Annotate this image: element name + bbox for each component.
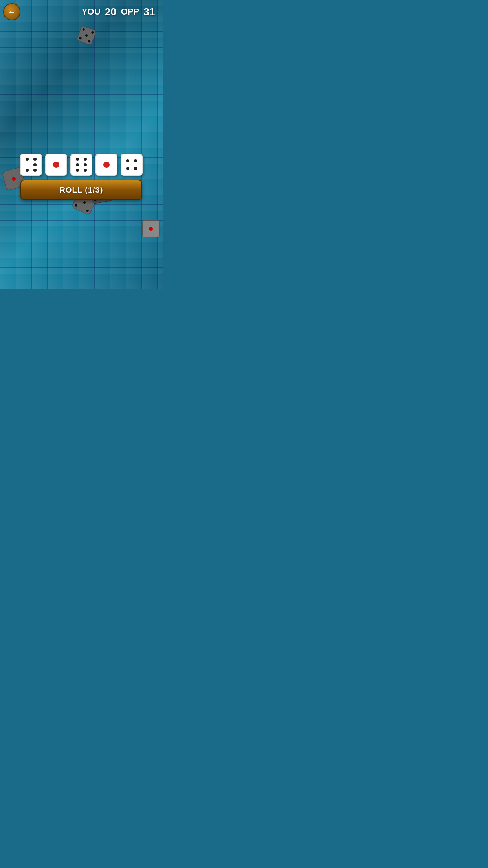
back-button[interactable]: ← bbox=[3, 3, 20, 20]
pip bbox=[33, 163, 37, 166]
pip-red bbox=[53, 162, 59, 168]
dice-row bbox=[0, 154, 163, 176]
pip bbox=[84, 169, 87, 172]
grid-overlay bbox=[0, 0, 163, 289]
pip bbox=[84, 163, 87, 166]
pip-spacer bbox=[24, 163, 31, 167]
pip-red bbox=[103, 162, 110, 168]
pip bbox=[76, 169, 79, 172]
pip bbox=[26, 169, 29, 172]
pip bbox=[76, 163, 79, 166]
game-container: ← YOU 20 OPP 31 YOU OPP Yacht 0 Big Stra… bbox=[0, 0, 163, 289]
die-4[interactable] bbox=[95, 154, 117, 176]
roll-button[interactable]: ROLL (1/3) bbox=[20, 180, 142, 200]
die-3[interactable] bbox=[70, 154, 92, 176]
pip bbox=[26, 158, 29, 161]
decorative-die-br bbox=[142, 220, 160, 237]
pip bbox=[126, 159, 129, 162]
pip bbox=[33, 158, 37, 161]
pip bbox=[134, 167, 137, 170]
you-score: 20 bbox=[104, 6, 118, 18]
back-icon: ← bbox=[8, 8, 16, 16]
you-label: YOU bbox=[82, 7, 101, 17]
header-scores: YOU 20 OPP 31 bbox=[20, 6, 156, 18]
die-1[interactable] bbox=[20, 154, 42, 176]
pip bbox=[76, 158, 79, 161]
header: ← YOU 20 OPP 31 bbox=[0, 0, 163, 22]
opp-score: 31 bbox=[142, 6, 156, 18]
pip bbox=[134, 159, 137, 162]
pip bbox=[126, 167, 129, 170]
pip bbox=[33, 169, 37, 172]
opp-label: OPP bbox=[121, 7, 139, 17]
pip bbox=[84, 158, 87, 161]
die-2[interactable] bbox=[45, 154, 67, 176]
die-5[interactable] bbox=[121, 154, 143, 176]
